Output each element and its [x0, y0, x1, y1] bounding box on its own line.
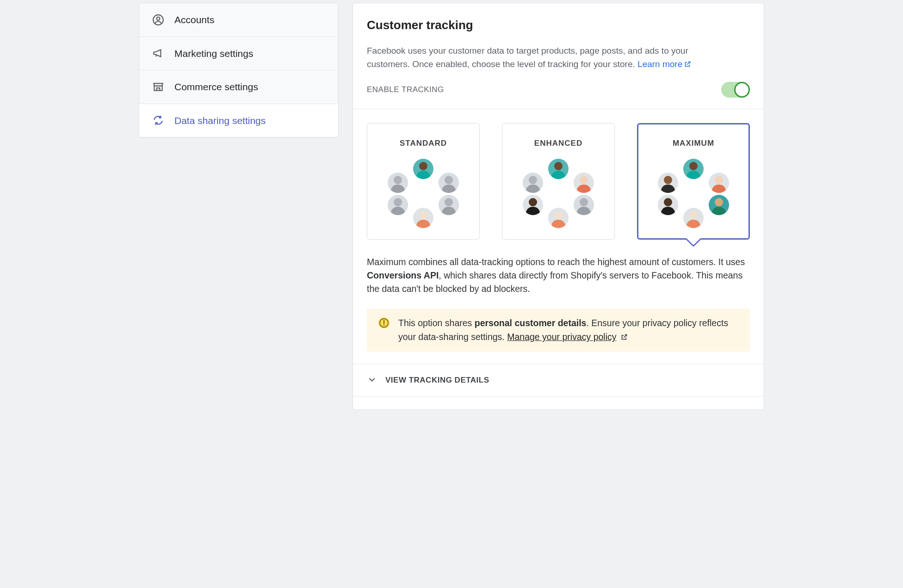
- sidebar-item-marketing[interactable]: Marketing settings: [139, 37, 338, 71]
- svg-point-1: [157, 17, 160, 20]
- enable-tracking-label: ENABLE TRACKING: [367, 84, 444, 96]
- option-title: MAXIMUM: [642, 137, 745, 149]
- storefront-icon: [152, 81, 164, 93]
- sidebar-item-commerce[interactable]: Commerce settings: [139, 70, 338, 104]
- external-link-icon: [621, 330, 628, 337]
- sidebar-item-label: Data sharing settings: [174, 113, 266, 128]
- svg-point-5: [383, 324, 385, 326]
- settings-sidebar: Accounts Marketing settings Commerce set…: [139, 3, 339, 137]
- sync-icon: [152, 114, 164, 126]
- sidebar-item-label: Commerce settings: [174, 80, 258, 94]
- option-enhanced[interactable]: ENHANCED: [502, 123, 615, 240]
- option-title: STANDARD: [372, 137, 475, 149]
- chevron-down-icon: [367, 375, 377, 385]
- page-description: Facebook uses your customer data to targ…: [367, 44, 723, 71]
- toggle-knob: [734, 82, 750, 98]
- privacy-warning-banner: This option shares personal customer det…: [367, 309, 750, 351]
- sidebar-item-data-sharing[interactable]: Data sharing settings: [139, 104, 338, 137]
- sidebar-item-accounts[interactable]: Accounts: [139, 3, 338, 37]
- manage-privacy-policy-link[interactable]: Manage your privacy policy: [507, 332, 616, 342]
- details-toggle-label: VIEW TRACKING DETAILS: [385, 374, 489, 386]
- sidebar-item-label: Marketing settings: [174, 46, 253, 61]
- learn-more-link[interactable]: Learn more: [637, 59, 691, 69]
- warning-icon: [378, 317, 390, 329]
- view-tracking-details-toggle[interactable]: VIEW TRACKING DETAILS: [353, 364, 764, 397]
- tracking-level-options: STANDARD ENHANCED: [353, 109, 764, 244]
- selected-option-description: Maximum combines all data-tracking optio…: [353, 244, 764, 299]
- main-panel: Customer tracking Facebook uses your cus…: [353, 3, 764, 410]
- avatar-illustration: [384, 159, 463, 228]
- external-link-icon: [684, 58, 691, 65]
- option-title: ENHANCED: [507, 137, 610, 149]
- avatar-illustration: [519, 159, 598, 228]
- option-standard[interactable]: STANDARD: [367, 123, 480, 240]
- option-maximum[interactable]: MAXIMUM: [637, 123, 750, 240]
- avatar-illustration: [654, 159, 733, 228]
- warning-text: This option shares personal customer det…: [398, 316, 741, 344]
- user-circle-icon: [152, 14, 164, 26]
- enable-tracking-toggle[interactable]: [721, 82, 750, 98]
- sidebar-item-label: Accounts: [174, 12, 214, 27]
- page-title: Customer tracking: [367, 16, 750, 34]
- megaphone-icon: [152, 47, 164, 59]
